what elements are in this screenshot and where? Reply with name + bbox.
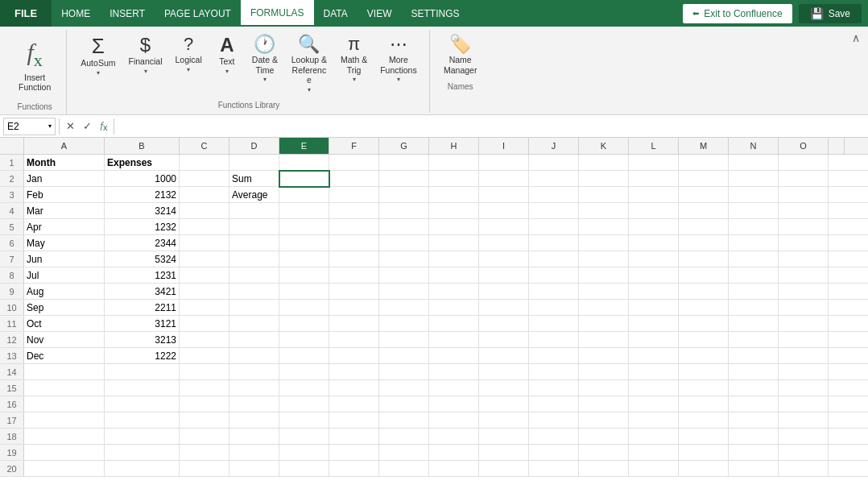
- cell-B4[interactable]: 3214: [105, 203, 180, 219]
- cell-O3[interactable]: [779, 187, 829, 203]
- cell-L14[interactable]: [629, 364, 679, 380]
- cell-D6[interactable]: [229, 235, 279, 251]
- cell-D2[interactable]: Sum: [229, 171, 279, 187]
- col-header-O[interactable]: O: [779, 138, 829, 154]
- cell-I4[interactable]: [479, 203, 529, 219]
- cell-M15[interactable]: [679, 380, 729, 396]
- cell-F15[interactable]: [329, 380, 379, 396]
- cell-J16[interactable]: [529, 396, 579, 412]
- cell-K8[interactable]: [579, 267, 629, 284]
- cell-G4[interactable]: [379, 203, 429, 219]
- cell-K4[interactable]: [579, 203, 629, 219]
- cell-M12[interactable]: [679, 332, 729, 348]
- cell-A7[interactable]: Jun: [24, 251, 105, 267]
- col-header-A[interactable]: A: [24, 138, 105, 154]
- row-num-12[interactable]: 12: [0, 332, 24, 347]
- cell-M5[interactable]: [679, 219, 729, 235]
- cell-G15[interactable]: [379, 380, 429, 396]
- cell-H6[interactable]: [429, 235, 479, 251]
- cell-E18[interactable]: [279, 429, 329, 445]
- cell-C11[interactable]: [180, 316, 229, 332]
- cell-D8[interactable]: [229, 267, 279, 284]
- cell-F16[interactable]: [329, 396, 379, 412]
- cell-B18[interactable]: [105, 429, 180, 445]
- cell-M2[interactable]: [679, 171, 729, 187]
- cell-K1[interactable]: [579, 155, 629, 171]
- cell-N1[interactable]: [729, 155, 779, 171]
- cell-O16[interactable]: [779, 396, 829, 412]
- file-tab[interactable]: FILE: [0, 0, 52, 27]
- cell-N12[interactable]: [729, 332, 779, 348]
- cell-G9[interactable]: [379, 284, 429, 300]
- cell-E17[interactable]: [279, 412, 329, 429]
- cell-extra-14-0[interactable]: [829, 380, 868, 396]
- row-num-18[interactable]: 18: [0, 429, 24, 444]
- cell-H7[interactable]: [429, 251, 479, 267]
- menu-item-settings[interactable]: SETTINGS: [401, 0, 469, 27]
- cell-C14[interactable]: [180, 364, 229, 380]
- cell-K16[interactable]: [579, 396, 629, 412]
- cell-O7[interactable]: [779, 251, 829, 267]
- cell-M1[interactable]: [679, 155, 729, 171]
- cell-L13[interactable]: [629, 348, 679, 364]
- cell-N17[interactable]: [729, 412, 779, 429]
- cell-extra-11-0[interactable]: [829, 332, 868, 348]
- insert-function-button[interactable]: fx InsertFunction: [10, 31, 60, 99]
- cell-G14[interactable]: [379, 364, 429, 380]
- cell-G13[interactable]: [379, 348, 429, 364]
- cell-M18[interactable]: [679, 429, 729, 445]
- row-num-19[interactable]: 19: [0, 445, 24, 460]
- cell-K18[interactable]: [579, 429, 629, 445]
- name-manager-button[interactable]: 🏷️ NameManager: [438, 31, 483, 79]
- cell-N4[interactable]: [729, 203, 779, 219]
- cell-D13[interactable]: [229, 348, 279, 364]
- cell-L16[interactable]: [629, 396, 679, 412]
- cell-N5[interactable]: [729, 219, 779, 235]
- cell-L6[interactable]: [629, 235, 679, 251]
- cell-F9[interactable]: [329, 284, 379, 300]
- cell-I11[interactable]: [479, 316, 529, 332]
- cell-A8[interactable]: Jul: [24, 267, 105, 284]
- cell-M16[interactable]: [679, 396, 729, 412]
- cell-extra-13-0[interactable]: [829, 364, 868, 380]
- cell-extra-1-0[interactable]: [829, 171, 868, 187]
- cell-G6[interactable]: [379, 235, 429, 251]
- cell-D4[interactable]: [229, 203, 279, 219]
- cell-A15[interactable]: [24, 380, 105, 396]
- cell-D20[interactable]: [229, 461, 279, 477]
- cell-K9[interactable]: [579, 284, 629, 300]
- cell-O14[interactable]: [779, 364, 829, 380]
- cell-J1[interactable]: [529, 155, 579, 171]
- cell-K15[interactable]: [579, 380, 629, 396]
- cell-I13[interactable]: [479, 348, 529, 364]
- cell-N7[interactable]: [729, 251, 779, 267]
- cell-B3[interactable]: 2132: [105, 187, 180, 203]
- cell-E13[interactable]: [279, 348, 329, 364]
- row-num-7[interactable]: 7: [0, 251, 24, 267]
- autosum-button[interactable]: Σ AutoSum ▾: [75, 31, 121, 81]
- cell-N13[interactable]: [729, 348, 779, 364]
- cell-J8[interactable]: [529, 267, 579, 284]
- cell-J19[interactable]: [529, 445, 579, 461]
- cell-D10[interactable]: [229, 300, 279, 316]
- cell-C15[interactable]: [180, 380, 229, 396]
- cell-E20[interactable]: [279, 461, 329, 477]
- cell-E8[interactable]: [279, 267, 329, 284]
- row-num-11[interactable]: 11: [0, 316, 24, 331]
- cell-D18[interactable]: [229, 429, 279, 445]
- cell-D19[interactable]: [229, 445, 279, 461]
- cell-L20[interactable]: [629, 461, 679, 477]
- cell-O6[interactable]: [779, 235, 829, 251]
- cell-C20[interactable]: [180, 461, 229, 477]
- cell-B8[interactable]: 1231: [105, 267, 180, 284]
- cell-F3[interactable]: [329, 187, 379, 203]
- cell-O10[interactable]: [779, 300, 829, 316]
- cell-F13[interactable]: [329, 348, 379, 364]
- cell-C8[interactable]: [180, 267, 229, 284]
- cell-L2[interactable]: [629, 171, 679, 187]
- cell-I9[interactable]: [479, 284, 529, 300]
- col-header-G[interactable]: G: [379, 138, 429, 154]
- cell-O4[interactable]: [779, 203, 829, 219]
- cell-N9[interactable]: [729, 284, 779, 300]
- cell-C7[interactable]: [180, 251, 229, 267]
